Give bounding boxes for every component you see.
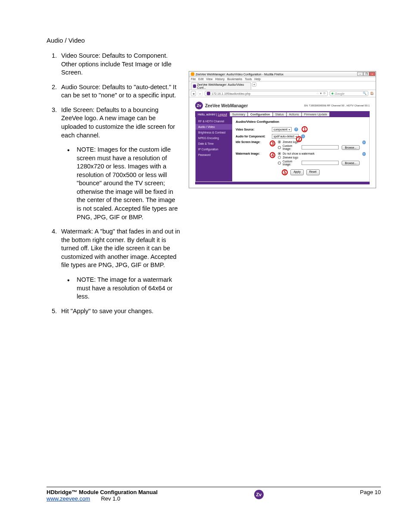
maximize-icon[interactable]: ❐	[363, 72, 369, 76]
sidebar-item[interactable]: MPEG Encoding	[196, 135, 232, 141]
app-footer-bar	[195, 182, 370, 184]
menu-item[interactable]: History	[215, 78, 224, 81]
home-icon[interactable]: 🏠	[370, 92, 374, 95]
zeevee-logo-icon: Zv	[254, 490, 264, 499]
radio-label: Custom Image:	[283, 160, 300, 166]
file-input[interactable]	[302, 145, 339, 149]
zeevee-logo-icon: Zv	[195, 102, 203, 109]
config-sidebar: RF & HDTV Channel Audio / Video Brightne…	[196, 117, 232, 181]
minimize-icon[interactable]: –	[357, 72, 363, 76]
menu-item[interactable]: Bookmarks	[227, 78, 242, 81]
callout-4: 4	[270, 152, 275, 158]
site-favicon-icon	[207, 92, 210, 95]
apply-button[interactable]: Apply	[290, 169, 303, 175]
menu-item[interactable]: Edit	[198, 78, 203, 81]
help-icon[interactable]: ?	[362, 140, 366, 144]
field-label: Idle Screen Image:	[236, 140, 267, 143]
logout-link[interactable]: Logout	[218, 113, 227, 116]
dropdown-icon[interactable]: ▾	[320, 92, 322, 95]
menu-item[interactable]: File	[191, 78, 196, 81]
browser-menubar: File Edit View History Bookmarks Tools H…	[189, 77, 376, 81]
browser-toolbar: ◄ ► 172.16.1.195/audiovideo.php ☆ ▾ ⟳ ◆ …	[189, 90, 376, 97]
sidebar-item[interactable]: Brightness & Contrast	[196, 130, 232, 135]
sidebar-item[interactable]: Password	[196, 152, 232, 158]
sidebar-item[interactable]: RF & HDTV Channel	[196, 118, 232, 124]
window-title: ZeeVee WebManager: Audio/Video Configura…	[196, 73, 283, 76]
window-controls: – ❐ ×	[357, 72, 375, 76]
radio-zeevee-logo[interactable]	[278, 140, 281, 143]
list-item: Hit "Apply" to save your changes.	[59, 307, 180, 316]
url-field[interactable]: 172.16.1.195/audiovideo.php ☆ ▾ ⟳	[205, 91, 328, 96]
callout-2: 2	[296, 136, 302, 142]
bookmark-icon[interactable]: ☆	[316, 92, 319, 95]
search-placeholder: Google	[335, 92, 345, 95]
page-heading: Audio / Video	[47, 37, 381, 44]
list-text: Watermark: A "bug" that fades in and out…	[61, 228, 180, 268]
browser-tab[interactable]: ZeeVee WebManager: Audio/Video Conf...	[191, 82, 251, 90]
list-text: Idle Screen: Defaults to a bouncing ZeeV…	[61, 106, 175, 139]
field-label: Audio for Component:	[236, 135, 269, 138]
url-text: 172.16.1.195/audiovideo.php	[212, 92, 250, 95]
help-icon[interactable]: ?	[362, 152, 366, 156]
help-icon[interactable]: ?	[294, 128, 298, 131]
google-icon: ◆	[331, 92, 333, 95]
field-label: Video Source:	[236, 128, 269, 131]
list-item: Idle Screen: Defaults to a bouncing ZeeV…	[59, 106, 180, 221]
audio-source-select[interactable]: spdif auto-detect	[272, 134, 299, 139]
radio-label: Custom Image:	[283, 144, 300, 150]
menu-item[interactable]: Tools	[245, 78, 252, 81]
sidebar-item[interactable]: IP Configuration	[196, 146, 232, 152]
tab-status[interactable]: Status	[273, 112, 286, 116]
app-tabbar: Hello, admin! | Logout Summary Configura…	[195, 111, 370, 117]
page-footer: HDbridge™ Module Configuration Manual ww…	[47, 487, 381, 502]
menu-item[interactable]: Help	[255, 78, 261, 81]
list-item: Video Source: Defaults to Component. Oth…	[59, 52, 180, 77]
tab-firmware[interactable]: Firmware Update	[302, 112, 330, 116]
webapp-page: Zv ZeeVee WebManager SN: TJ0030000006 RF…	[189, 97, 376, 188]
browser-titlebar: ZeeVee WebManager: Audio/Video Configura…	[189, 72, 376, 77]
tab-title: ZeeVee WebManager: Audio/Video Conf...	[197, 83, 249, 89]
list-item: Audio Source: Defaults to "auto-detect."…	[59, 83, 180, 100]
forward-button[interactable]: ►	[198, 91, 203, 96]
reset-button[interactable]: Reset	[306, 169, 320, 175]
back-button[interactable]: ◄	[191, 91, 196, 96]
radio-no-watermark[interactable]	[278, 152, 281, 155]
browse-button[interactable]: Browse...	[342, 161, 359, 165]
list-text: Hit "Apply" to save your changes.	[61, 308, 153, 314]
search-icon[interactable]: 🔍	[363, 92, 367, 95]
hello-text: Hello, admin! | Logout	[198, 113, 227, 116]
list-text: Audio Source: Defaults to "auto-detect."…	[61, 84, 176, 99]
list-subitem: NOTE: The image for a watermark must hav…	[67, 276, 180, 301]
callout-1: 1	[302, 126, 308, 132]
footer-link[interactable]: www.zeevee.com	[47, 495, 90, 502]
footer-rev: Rev 1.0	[101, 495, 120, 502]
tab-summary[interactable]: Summary	[230, 112, 248, 116]
radio-label: Do not show a watermark	[283, 152, 314, 155]
device-info: SN: TJ0030000006 RF Channel 50 , HDTV Ch…	[304, 104, 370, 107]
footer-title: HDbridge™ Module Configuration Manual	[47, 489, 158, 495]
tab-favicon-icon	[193, 84, 196, 88]
tab-actions[interactable]: Actions	[286, 112, 302, 116]
config-panel: Audio/Video Configuration Video Source: …	[232, 117, 369, 181]
sidebar-item[interactable]: Date & Time	[196, 141, 232, 146]
menu-item[interactable]: View	[206, 78, 212, 81]
close-icon[interactable]: ×	[369, 72, 375, 76]
reload-icon[interactable]: ⟳	[323, 92, 326, 95]
file-input[interactable]	[302, 161, 339, 165]
video-source-select[interactable]: component	[272, 127, 292, 132]
callout-3: 3	[270, 140, 275, 146]
sidebar-item[interactable]: Audio / Video	[196, 124, 232, 130]
callout-5: 5	[282, 169, 288, 175]
search-field[interactable]: ◆ Google 🔍	[330, 91, 368, 96]
radio-zeevee-logo[interactable]	[278, 156, 281, 159]
field-label: Watermark Image:	[236, 152, 267, 155]
tab-configuration[interactable]: Configuration	[248, 112, 273, 116]
radio-label: Zeevee logo	[283, 140, 298, 143]
list-subitem: NOTE: Images for the custom idle screen …	[67, 146, 180, 221]
radio-custom-image[interactable]	[278, 162, 281, 165]
radio-custom-image[interactable]	[278, 146, 281, 149]
list-text: Video Source: Defaults to Component. Oth…	[61, 52, 171, 76]
browse-button[interactable]: Browse...	[342, 145, 359, 150]
new-tab-button[interactable]: +	[252, 82, 256, 87]
panel-title: Audio/Video Configuration	[236, 120, 366, 124]
